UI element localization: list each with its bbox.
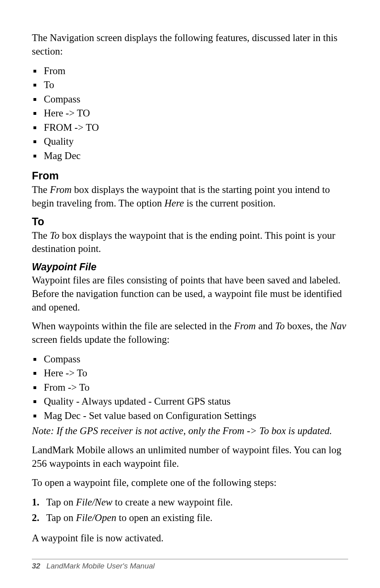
page-number: 32 (32, 562, 40, 570)
text: screen fields update the following: (32, 334, 170, 345)
list-item: Mag Dec (32, 149, 348, 163)
italic-text: To (275, 321, 285, 331)
footer-title: LandMark Mobile User's Manual (46, 562, 155, 570)
text: The (32, 230, 50, 241)
italic-text: From (234, 321, 256, 331)
from-body: The From box displays the waypoint that … (32, 183, 348, 210)
text: box displays the waypoint that is the en… (32, 230, 335, 254)
list-item: Mag Dec - Set value based on Configurati… (32, 409, 348, 423)
footer-rule (32, 559, 348, 559)
nav-update-list: Compass Here -> To From -> To Quality - … (32, 352, 348, 423)
step-item: 2. Tap on File/Open to open an existing … (32, 510, 348, 526)
list-item: From -> To (32, 380, 348, 395)
italic-text: From (50, 184, 72, 195)
text: to create a new waypoint file. (112, 497, 233, 507)
feature-list: From To Compass Here -> TO FROM -> TO Qu… (32, 64, 348, 163)
step-number: 1. (32, 495, 39, 510)
text: and (256, 321, 275, 331)
italic-text: File/New (76, 497, 113, 507)
intro-paragraph: The Navigation screen displays the follo… (32, 31, 348, 58)
waypoint-para5: A waypoint file is now activated. (32, 531, 348, 545)
list-item: Compass (32, 92, 348, 106)
waypoint-para3: LandMark Mobile allows an unlimited numb… (32, 443, 348, 470)
text: boxes, the (285, 321, 330, 331)
waypoint-note: Note: If the GPS receiver is not active,… (32, 424, 348, 438)
to-heading: To (32, 216, 348, 228)
list-item: Quality (32, 134, 348, 149)
steps-list: 1. Tap on File/New to create a new waypo… (32, 495, 348, 526)
waypoint-para4: To open a waypoint file, complete one of… (32, 476, 348, 490)
list-item: From (32, 64, 348, 78)
text: The (32, 184, 50, 195)
list-item: Here -> To (32, 366, 348, 380)
text: to open an existing file. (116, 512, 213, 523)
list-item: To (32, 78, 348, 92)
italic-text: File/Open (76, 512, 116, 523)
text: When waypoints within the file are selec… (32, 321, 234, 331)
text: Tap on (46, 497, 76, 507)
footer: 32 LandMark Mobile User's Manual (32, 562, 155, 570)
step-number: 2. (32, 510, 39, 526)
list-item: Compass (32, 352, 348, 366)
waypoint-para2: When waypoints within the file are selec… (32, 319, 348, 346)
waypoint-file-heading: Waypoint File (32, 261, 348, 273)
text: Tap on (46, 512, 76, 523)
waypoint-para1: Waypoint files are files consisting of p… (32, 273, 348, 314)
italic-text: Nav (330, 321, 346, 331)
list-item: FROM -> TO (32, 120, 348, 135)
italic-text: To (50, 230, 59, 241)
text: is the current position. (184, 198, 276, 208)
to-body: The To box displays the waypoint that is… (32, 229, 348, 256)
step-item: 1. Tap on File/New to create a new waypo… (32, 495, 348, 510)
from-heading: From (32, 170, 348, 182)
list-item: Here -> TO (32, 106, 348, 120)
list-item: Quality - Always updated - Current GPS s… (32, 394, 348, 409)
italic-text: Here (165, 198, 184, 208)
